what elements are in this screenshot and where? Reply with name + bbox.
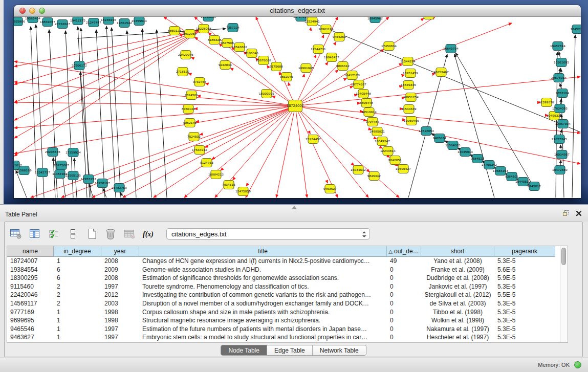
table-cell[interactable]: 5.6E-5: [494, 266, 555, 274]
graph-edge-red[interactable]: [337, 70, 338, 71]
table-cell[interactable]: 1997: [101, 282, 139, 291]
table-settings-icon[interactable]: [9, 227, 23, 241]
graph-edge-red[interactable]: [219, 44, 220, 45]
new-document-icon[interactable]: [84, 227, 99, 241]
table-cell[interactable]: Estimation of the future numbers of pati…: [139, 325, 387, 334]
table-cell[interactable]: 5.3E-5: [494, 299, 555, 308]
table-cell[interactable]: 0: [387, 299, 421, 308]
graph-edge-black[interactable]: [96, 30, 105, 198]
table-cell[interactable]: Tibbo et al. (1998): [421, 308, 494, 317]
table-cell[interactable]: Estimation of significance thresholds fo…: [139, 274, 387, 282]
tab-edge-table[interactable]: Edge Table: [267, 345, 312, 355]
table-cell[interactable]: 0: [387, 291, 421, 299]
graph-edge-black[interactable]: [157, 30, 167, 198]
graph-edge-red[interactable]: [14, 29, 204, 102]
select-columns-icon[interactable]: [47, 227, 61, 241]
row-height-icon[interactable]: [66, 227, 80, 241]
table-cell[interactable]: 5.3E-5: [494, 316, 555, 325]
graph-edge-red[interactable]: [295, 106, 307, 198]
table-cell[interactable]: Disruption of a novel member of a sodium…: [139, 299, 387, 308]
table-cell[interactable]: 0: [387, 282, 421, 291]
graph-edge-red[interactable]: [14, 106, 295, 154]
table-row[interactable]: 977716911998Corpus callosum shape and si…: [7, 308, 560, 317]
graph-edge-red[interactable]: [389, 157, 390, 157]
import-table-icon[interactable]: [122, 227, 137, 241]
table-cell[interactable]: 5.3E-5: [494, 333, 555, 342]
table-cell[interactable]: 19384554: [7, 266, 54, 274]
table-cell[interactable]: 1998: [101, 308, 139, 317]
graph-edge-black[interactable]: [106, 26, 116, 198]
close-window-button[interactable]: [19, 8, 26, 14]
network-canvas[interactable]: 2095580619565404188390572073262719412175…: [14, 17, 581, 198]
table-cell[interactable]: Embryonic stem cells: a model to study s…: [139, 333, 387, 342]
float-panel-icon[interactable]: [562, 210, 570, 216]
column-header-pagerank[interactable]: pagerank: [494, 246, 555, 257]
table-cell[interactable]: Structural magnetic resonance image aver…: [139, 316, 387, 325]
table-cell[interactable]: 0: [387, 266, 421, 274]
graph-edge-red[interactable]: [295, 106, 338, 198]
graph-edge-black[interactable]: [572, 35, 575, 198]
table-cell[interactable]: 22420046: [7, 291, 54, 299]
column-header-name[interactable]: name: [7, 246, 54, 257]
table-cell[interactable]: 2012: [101, 291, 139, 299]
table-cell[interactable]: 18300295: [7, 274, 54, 282]
graph-edge-red[interactable]: [195, 37, 196, 38]
graph-edge-red[interactable]: [310, 133, 310, 134]
column-header-short[interactable]: short: [421, 246, 494, 257]
graph-edge-red[interactable]: [205, 147, 206, 147]
table-cell[interactable]: Tourette syndrome. Phenomenology and cla…: [139, 282, 387, 291]
function-builder-icon[interactable]: f(x): [141, 227, 156, 241]
table-cell[interactable]: Dudbridge et al. (2008): [421, 274, 494, 282]
table-cell[interactable]: 1: [54, 333, 101, 342]
table-cell[interactable]: 1: [54, 316, 101, 325]
memory-status-indicator[interactable]: [574, 361, 581, 368]
column-header-title[interactable]: title: [139, 246, 387, 257]
graph-edge-red[interactable]: [14, 29, 204, 138]
tab-node-table[interactable]: Node Table: [221, 345, 267, 355]
tab-network-table[interactable]: Network Table: [312, 345, 366, 355]
table-cell[interactable]: 6: [54, 274, 101, 282]
table-cell[interactable]: Wolkin et al. (1998): [421, 316, 494, 325]
table-cell[interactable]: Changes of HCN gene expression and I(f) …: [139, 257, 387, 266]
table-row[interactable]: 946362711997Embryonic stem cells: a mode…: [7, 333, 560, 342]
table-cell[interactable]: 2008: [101, 274, 139, 282]
table-cell[interactable]: Jankovic et al. (1997): [421, 282, 494, 291]
graph-edge-red[interactable]: [288, 82, 289, 83]
network-graph[interactable]: 2095580619565404188390572073262719412175…: [14, 17, 581, 198]
table-cell[interactable]: 2009: [101, 266, 139, 274]
table-cell[interactable]: 1: [54, 257, 101, 266]
graph-edge-red[interactable]: [353, 165, 354, 165]
table-cell[interactable]: 9463627: [7, 333, 54, 342]
table-cell[interactable]: 9465546: [7, 325, 54, 334]
graph-edge-red[interactable]: [191, 57, 192, 58]
table-cell[interactable]: 0: [387, 316, 421, 325]
graph-edge-black[interactable]: [561, 69, 564, 198]
graph-edge-red[interactable]: [267, 65, 268, 67]
graph-edge-red[interactable]: [328, 182, 328, 183]
table-row[interactable]: 969969511998Structural magnetic resonanc…: [7, 316, 560, 325]
graph-edge-red[interactable]: [316, 55, 316, 56]
graph-edge-red[interactable]: [188, 73, 189, 74]
graph-edge-red[interactable]: [246, 185, 247, 186]
graph-edge-red[interactable]: [246, 106, 295, 198]
table-cell[interactable]: 9777169: [7, 308, 54, 317]
table-cell[interactable]: 0: [387, 308, 421, 317]
table-cell[interactable]: Franke et al. (2009): [421, 266, 494, 274]
graph-edge-red[interactable]: [295, 77, 580, 106]
graph-edge-red[interactable]: [328, 62, 328, 63]
graph-edge-red[interactable]: [230, 68, 231, 69]
table-cell[interactable]: 6: [54, 266, 101, 274]
table-cell[interactable]: 1: [54, 325, 101, 334]
table-cell[interactable]: Nakamura et al. (1997): [421, 325, 494, 334]
column-header-out_de[interactable]: △out_de…: [387, 246, 421, 257]
graph-edge-red[interactable]: [276, 106, 295, 198]
table-row[interactable]: 1872400712008Changes of HCN gene express…: [7, 257, 560, 266]
column-header-year[interactable]: year: [101, 246, 139, 257]
graph-edge-red[interactable]: [14, 106, 295, 128]
graph-edge-red[interactable]: [180, 34, 181, 34]
table-cell[interactable]: Stergiakouli et al. (2012): [421, 291, 494, 299]
graph-edge-red[interactable]: [295, 106, 580, 133]
graph-edge-red[interactable]: [14, 102, 295, 106]
graph-edge-red[interactable]: [123, 106, 295, 198]
table-cell[interactable]: 1998: [101, 316, 139, 325]
